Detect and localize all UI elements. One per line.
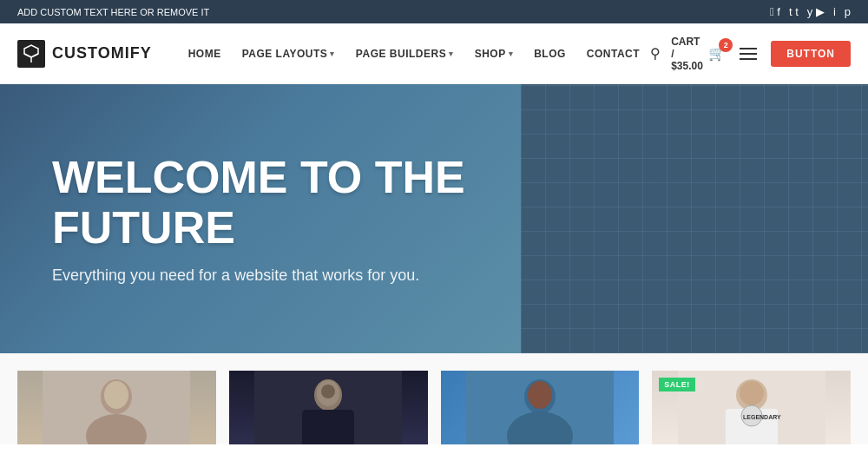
navbar: CUSTOMIFY HOME PAGE LAYOUTS ▾ PAGE BUILD…	[0, 23, 868, 84]
pinterest-icon[interactable]: p	[845, 5, 851, 18]
instagram-icon[interactable]: i	[833, 5, 836, 18]
cta-button[interactable]: BUTTON	[771, 41, 851, 67]
svg-rect-0	[17, 40, 45, 68]
shop-arrow: ▾	[509, 49, 514, 58]
logo-icon	[17, 40, 45, 68]
nav-right: ⚲ CART / $35.00 🛒 2 BUTTON	[650, 36, 851, 72]
hero-title: WELCOME TO THE FUTURE	[52, 153, 556, 252]
youtube-icon[interactable]: y ▶	[807, 5, 825, 18]
product-image-2	[229, 371, 428, 444]
product-card-4[interactable]: SALE! LEGENDARY	[652, 371, 851, 444]
product-image-3	[441, 371, 640, 444]
nav-home[interactable]: HOME	[178, 41, 232, 67]
social-links:  f t t y ▶ i p	[770, 5, 851, 18]
svg-rect-7	[302, 410, 354, 444]
top-bar: ADD CUSTOM TEXT HERE OR REMOVE IT  f t …	[0, 0, 868, 23]
nav-page-builders[interactable]: PAGE BUILDERS ▾	[345, 41, 464, 67]
hamburger-line-2	[740, 53, 757, 55]
svg-point-4	[104, 381, 128, 409]
svg-point-9	[321, 385, 335, 398]
product-image-1	[17, 371, 216, 444]
nav-page-layouts[interactable]: PAGE LAYOUTS ▾	[232, 41, 345, 67]
facebook-icon[interactable]:  f	[770, 5, 780, 18]
hamburger-line-3	[740, 58, 757, 60]
hamburger-menu[interactable]	[736, 44, 760, 63]
nav-links: HOME PAGE LAYOUTS ▾ PAGE BUILDERS ▾ SHOP…	[178, 41, 650, 67]
page-builders-arrow: ▾	[449, 49, 454, 58]
search-icon[interactable]: ⚲	[650, 45, 661, 62]
top-bar-message: ADD CUSTOM TEXT HERE OR REMOVE IT	[17, 7, 209, 17]
product-card-2[interactable]	[229, 371, 428, 444]
hero-subtitle: Everything you need for a website that w…	[52, 266, 556, 285]
cart-link[interactable]: CART / $35.00 🛒 2	[671, 36, 726, 72]
hamburger-line-1	[740, 48, 757, 49]
page-layouts-arrow: ▾	[330, 49, 335, 58]
svg-point-12	[528, 381, 552, 409]
cart-label: CART / $35.00	[671, 36, 705, 72]
hero-section: WELCOME TO THE FUTURE Everything you nee…	[0, 84, 868, 353]
hero-content: WELCOME TO THE FUTURE Everything you nee…	[0, 153, 608, 284]
nav-blog[interactable]: BLOG	[523, 41, 576, 67]
cart-badge: 2	[719, 38, 733, 52]
svg-point-17	[740, 381, 764, 405]
logo-text: CUSTOMIFY	[52, 44, 152, 62]
cart-icon-wrap: 🛒 2	[708, 45, 726, 62]
svg-text:LEGENDARY: LEGENDARY	[743, 414, 781, 420]
product-card-3[interactable]	[441, 371, 640, 444]
sale-badge: SALE!	[659, 378, 695, 391]
twitter-icon[interactable]: t t	[789, 5, 799, 18]
product-card-1[interactable]	[17, 371, 216, 444]
logo[interactable]: CUSTOMIFY	[17, 40, 152, 68]
nav-contact[interactable]: CONTACT	[576, 41, 650, 67]
products-section: SALE! LEGENDARY	[0, 353, 868, 444]
nav-shop[interactable]: SHOP ▾	[464, 41, 524, 67]
